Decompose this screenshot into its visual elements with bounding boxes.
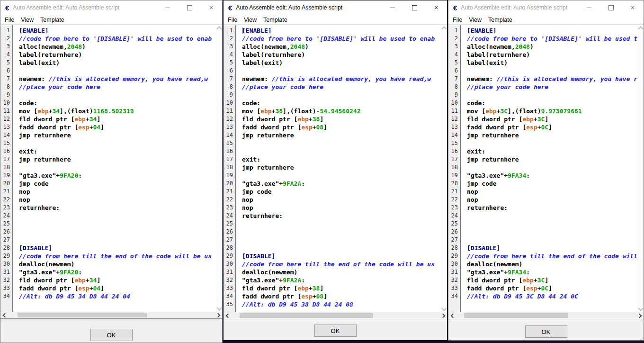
vertical-scrollbar[interactable]: [441, 25, 447, 312]
code-area[interactable]: [ENABLE]//code from here to '[DISABLE]' …: [236, 25, 441, 312]
scroll-right-button[interactable]: [439, 312, 447, 319]
menu-file[interactable]: File: [224, 17, 241, 23]
line-number: 7: [448, 75, 460, 83]
maximize-button[interactable]: [403, 0, 425, 15]
menu-view[interactable]: View: [18, 17, 37, 23]
code-line: [242, 147, 441, 155]
scroll-left-button[interactable]: [448, 312, 456, 319]
code-line: //Alt: db D9 45 38 D8 44 24 08: [242, 300, 441, 308]
code-line: "gta3.exe"+9FA2A:: [242, 276, 441, 284]
line-number: 25: [448, 220, 460, 228]
line-number: 30: [224, 260, 235, 268]
scroll-down-icon[interactable]: [216, 305, 222, 310]
line-number: 21: [224, 188, 235, 196]
line-number: 33: [224, 284, 235, 292]
line-number: 4: [448, 51, 460, 59]
code-line: jmp returnhere: [242, 131, 441, 139]
title-bar[interactable]: € Auto Assemble edit: Auto Assemble scri…: [0, 0, 222, 15]
scroll-right-button[interactable]: [215, 312, 222, 318]
title-bar[interactable]: € Auto Assemble edit: Auto Assemble scri…: [448, 0, 644, 15]
code-area[interactable]: [ENABLE]//code from here to '[DISABLE]' …: [13, 25, 216, 312]
line-number: 8: [0, 83, 12, 91]
close-button[interactable]: ✕: [200, 0, 222, 15]
line-number: 23: [448, 204, 460, 212]
menu-file[interactable]: File: [449, 17, 465, 23]
title-bar[interactable]: € Auto Assemble edit: Auto Assemble scri…: [224, 0, 447, 15]
line-number: 27: [448, 236, 460, 244]
line-number: 27: [0, 236, 12, 244]
horizontal-scrollbar[interactable]: [0, 312, 222, 318]
scroll-down-icon[interactable]: [441, 306, 447, 311]
menu-file[interactable]: File: [1, 17, 18, 23]
menu-view[interactable]: View: [465, 17, 485, 23]
line-number: 23: [0, 204, 12, 212]
horizontal-scroll-thumb[interactable]: [18, 313, 148, 317]
maximize-button[interactable]: [600, 0, 622, 15]
horizontal-scroll-track[interactable]: [231, 312, 439, 319]
code-line: "gta3.exe"+9FA20:: [19, 172, 216, 180]
code-line: [242, 220, 441, 228]
code-line: exit:: [467, 147, 637, 155]
line-number: 3: [448, 43, 460, 51]
vertical-scrollbar[interactable]: [637, 25, 644, 312]
ok-button[interactable]: OK: [525, 325, 567, 338]
close-button[interactable]: ✕: [425, 0, 447, 15]
scroll-left-button[interactable]: [0, 312, 8, 318]
ok-button[interactable]: OK: [90, 329, 133, 341]
horizontal-scroll-track[interactable]: [456, 312, 636, 319]
scroll-up-icon[interactable]: [216, 26, 222, 31]
code-line: [19, 220, 216, 228]
code-line: fadd dword ptr [esp+0C]: [467, 123, 637, 131]
line-number: 20: [0, 180, 12, 188]
close-icon: ✕: [434, 5, 438, 10]
menu-bar: FileViewTemplate: [448, 15, 644, 25]
line-number-gutter: 1234567891011121314151617181920212223242…: [448, 25, 461, 312]
close-button[interactable]: ✕: [622, 0, 644, 15]
maximize-button[interactable]: [179, 0, 200, 15]
line-number: 31: [0, 268, 12, 276]
line-number: 9: [224, 91, 235, 99]
close-icon: ✕: [209, 5, 213, 10]
line-number: 28: [448, 244, 460, 252]
menu-template[interactable]: Template: [485, 17, 516, 23]
code-line: returnhere:: [467, 204, 637, 212]
code-line: fld dword ptr [ebp+34]: [19, 115, 216, 123]
scroll-right-button[interactable]: [636, 312, 644, 319]
menu-template[interactable]: Template: [260, 17, 291, 23]
line-number: 25: [0, 220, 12, 228]
ok-button[interactable]: OK: [314, 325, 357, 337]
scroll-right-icon: [440, 313, 445, 318]
line-number: 15: [448, 139, 460, 147]
code-line: jmp code: [467, 180, 637, 188]
minimize-button[interactable]: [382, 0, 403, 15]
horizontal-scrollbar[interactable]: [224, 312, 447, 319]
scroll-down-icon[interactable]: [638, 306, 643, 311]
menu-view[interactable]: View: [241, 17, 260, 23]
code-line: fadd dword ptr [esp+0C]: [467, 284, 637, 292]
code-line: returnhere:: [19, 204, 216, 212]
scroll-up-icon[interactable]: [441, 26, 447, 31]
horizontal-scrollbar[interactable]: [448, 312, 644, 319]
minimize-button[interactable]: [157, 0, 179, 15]
code-line: nop: [467, 188, 637, 196]
code-line: "gta3.exe"+9FA34:: [467, 172, 637, 180]
line-number: 2: [448, 35, 460, 43]
vertical-scrollbar[interactable]: [216, 25, 222, 312]
code-line: [19, 163, 216, 172]
window-controls: ✕: [382, 0, 447, 15]
menu-template[interactable]: Template: [37, 17, 68, 23]
code-line: dealloc(newmem): [467, 260, 637, 268]
horizontal-scroll-thumb[interactable]: [464, 313, 568, 318]
code-line: //code from here till the end of the cod…: [467, 252, 637, 260]
line-number: 24: [224, 212, 235, 220]
horizontal-scroll-thumb[interactable]: [240, 313, 373, 318]
minimize-button[interactable]: [578, 0, 600, 15]
line-number: 34: [448, 292, 460, 300]
line-number: 10: [224, 99, 235, 107]
code-area[interactable]: [ENABLE]//code from here to '[DISABLE]' …: [461, 25, 637, 312]
code-line: dealloc(newmem): [19, 260, 216, 268]
scroll-left-button[interactable]: [224, 312, 231, 319]
horizontal-scroll-track[interactable]: [8, 312, 215, 318]
scroll-up-icon[interactable]: [638, 26, 643, 31]
script-editor: 1234567891011121314151617181920212223242…: [0, 25, 222, 318]
